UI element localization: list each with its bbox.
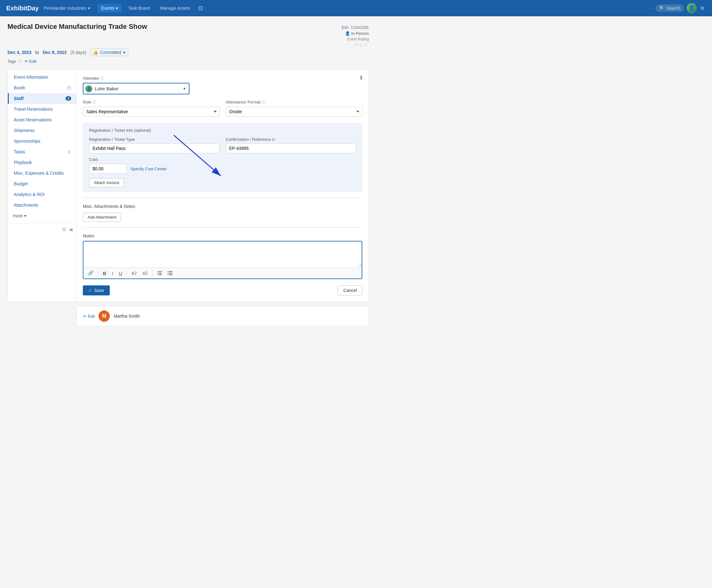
user-avatar[interactable]: 👤 xyxy=(687,3,697,13)
sidebar-item-booth[interactable]: Booth 🕐 xyxy=(8,83,76,93)
tags-edit-link[interactable]: ✏ Edit xyxy=(25,59,36,64)
tags-info-icon[interactable]: ⓘ xyxy=(19,59,22,64)
section-divider xyxy=(83,198,362,198)
sidebar-item-shipments[interactable]: Shipments xyxy=(8,125,76,136)
header-right: EID: 11042291 👤 In-Person Event Rating ☆… xyxy=(341,23,369,47)
nav-task-board[interactable]: Task Board xyxy=(124,4,154,13)
confirmation-label: Confirmation / Reference #: xyxy=(226,137,356,142)
toolbar-unordered-list-button[interactable] xyxy=(166,270,174,276)
cost-label: Cost: xyxy=(89,157,356,162)
toolbar-ordered-list-button[interactable]: 1 2 3 xyxy=(155,270,163,276)
add-attachment-button[interactable]: Add Attachment xyxy=(83,213,121,222)
svg-rect-4 xyxy=(159,274,162,275)
date-start: Dec 4, 2023 xyxy=(7,50,32,55)
toolbar-link-button[interactable]: 🔗 xyxy=(87,270,95,277)
download-button[interactable]: ⬇ xyxy=(359,74,363,81)
attendee-info-icon[interactable]: ⓘ xyxy=(100,76,104,81)
amount-input[interactable] xyxy=(89,164,127,174)
registration-section: Registration / Ticket Info (optional) Re… xyxy=(83,123,362,192)
sidebar-item-tasks[interactable]: Tasks ☰ xyxy=(8,146,76,157)
in-person-badge: 👤 In-Person xyxy=(345,31,369,36)
page-title: Medical Device Manufacturing Trade Show xyxy=(7,23,147,31)
search-button[interactable]: 🔍 Search xyxy=(655,4,684,12)
main-layout: Event Information Booth 🕐 Staff 2 Travel… xyxy=(7,69,369,302)
sidebar-more[interactable]: more ▾ xyxy=(8,210,76,221)
sidebar-bottom: ⚙ ◀ xyxy=(8,224,76,235)
toolbar-divider-1 xyxy=(98,270,99,276)
confirmation-input[interactable] xyxy=(226,143,356,153)
pencil-icon: ✏ xyxy=(25,59,28,64)
rating-stars[interactable]: ☆☆☆ xyxy=(354,41,369,47)
days-count: (5 days) xyxy=(70,50,86,55)
role-group: Role ⓘ Sales Representative Manager Engi… xyxy=(83,99,219,117)
sidebar-item-event-information[interactable]: Event Information xyxy=(8,72,76,83)
role-label: Role ⓘ xyxy=(83,99,219,105)
date-row: Dec 4, 2023 to Dec 8, 2023 (5 days) 👍 Co… xyxy=(7,49,369,56)
attendee-select-wrapper: 👤 Luke Baker ▼ xyxy=(83,83,189,94)
svg-rect-2 xyxy=(159,271,162,272)
lower-person-avatar: M xyxy=(99,311,110,322)
sidebar-item-budget[interactable]: Budget xyxy=(8,178,76,189)
notes-label: Notes xyxy=(83,233,362,238)
reg-type-group: Registration / Ticket Type xyxy=(89,137,219,153)
role-info-icon[interactable]: ⓘ xyxy=(92,99,96,105)
action-row: ✓ Save Cancel xyxy=(83,286,362,295)
event-rating: Event Rating ☆☆☆ xyxy=(347,37,369,47)
svg-rect-8 xyxy=(169,271,172,272)
notes-toolbar: 🔗 B I U X2 X2 1 2 xyxy=(83,268,362,278)
cost-center-link[interactable]: Specify Cost Center xyxy=(130,167,167,171)
sidebar-item-asset-reservations[interactable]: Asset Reservations xyxy=(8,114,76,125)
toolbar-divider-3 xyxy=(152,270,152,276)
toolbar-underline-button[interactable]: U xyxy=(118,270,124,277)
rss-icon-btn[interactable]: ⊡ xyxy=(196,3,205,14)
sidebar-item-playbook[interactable]: Playbook xyxy=(8,157,76,168)
tags-label: Tags xyxy=(7,59,16,64)
notes-textarea[interactable] xyxy=(83,241,362,267)
save-button[interactable]: ✓ Save xyxy=(83,286,110,295)
attendance-info-icon[interactable]: ⓘ xyxy=(261,99,265,105)
toolbar-subscript-button[interactable]: X2 xyxy=(130,270,138,277)
more-dropdown-icon: ▾ xyxy=(24,213,26,218)
cancel-button[interactable]: Cancel xyxy=(338,286,362,295)
reg-type-confirmation-row: Registration / Ticket Type Confirmation … xyxy=(89,137,356,153)
eid-label: EID: 11042291 xyxy=(341,25,369,30)
sidebar-item-misc-expenses[interactable]: Misc. Expenses & Credits xyxy=(8,168,76,178)
company-dropdown-icon: ▾ xyxy=(88,6,90,10)
svg-rect-3 xyxy=(159,273,162,273)
settings-icon[interactable]: ⚙ xyxy=(699,4,706,12)
date-separator: to xyxy=(35,50,39,55)
sidebar-item-staff[interactable]: Staff 2 xyxy=(8,93,76,104)
toolbar-superscript-button[interactable]: X2 xyxy=(141,270,149,277)
booth-clock-icon: 🕐 xyxy=(66,86,71,90)
brand-logo[interactable]: ExhibitDay xyxy=(6,5,39,12)
avatar-img: 👤 xyxy=(687,3,697,13)
company-selector[interactable]: Pennlander Industries ▾ xyxy=(44,6,90,10)
reg-type-input[interactable] xyxy=(89,143,219,153)
notes-editor: 🔗 B I U X2 X2 1 2 xyxy=(83,241,362,279)
lower-section: ✏ Edit M Martha Smith xyxy=(77,306,369,327)
attendance-format-select[interactable]: Onsite Virtual Hybrid xyxy=(226,107,362,117)
lower-person-row: ✏ Edit M Martha Smith xyxy=(83,311,362,322)
tasks-checklist-icon: ☰ xyxy=(67,150,71,154)
lower-edit-link[interactable]: ✏ Edit xyxy=(83,314,95,319)
toolbar-bold-button[interactable]: B xyxy=(102,270,108,277)
pencil-icon-lower: ✏ xyxy=(83,314,87,319)
sidebar-item-analytics-roi[interactable]: Analytics & ROI xyxy=(8,189,76,200)
toolbar-divider-2 xyxy=(127,270,127,276)
toolbar-italic-button[interactable]: I xyxy=(111,270,114,277)
sidebar-settings-icon[interactable]: ⚙ xyxy=(62,226,66,232)
attach-invoice-button[interactable]: Attach Invoice xyxy=(89,178,124,187)
role-select[interactable]: Sales Representative Manager Engineer Ot… xyxy=(83,107,219,117)
sidebar-item-attachments[interactable]: Attachments xyxy=(8,200,76,210)
lower-person-name: Martha Smith xyxy=(113,314,140,319)
navbar: ExhibitDay Pennlander Industries ▾ Event… xyxy=(0,0,712,16)
sidebar-item-sponsorships[interactable]: Sponsorships xyxy=(8,136,76,146)
nav-manage-assets[interactable]: Manage Assets xyxy=(156,4,194,13)
sidebar-item-travel-reservations[interactable]: Travel Reservations xyxy=(8,104,76,114)
committed-badge[interactable]: 👍 Committed ▾ xyxy=(90,49,128,56)
attendee-select[interactable]: Luke Baker xyxy=(83,83,189,94)
sidebar-collapse-icon[interactable]: ◀ xyxy=(69,226,72,232)
nav-events[interactable]: Events ▾ xyxy=(98,4,122,13)
role-attendance-row: Role ⓘ Sales Representative Manager Engi… xyxy=(83,99,362,117)
tags-row: Tags ⓘ ✏ Edit xyxy=(7,59,369,64)
